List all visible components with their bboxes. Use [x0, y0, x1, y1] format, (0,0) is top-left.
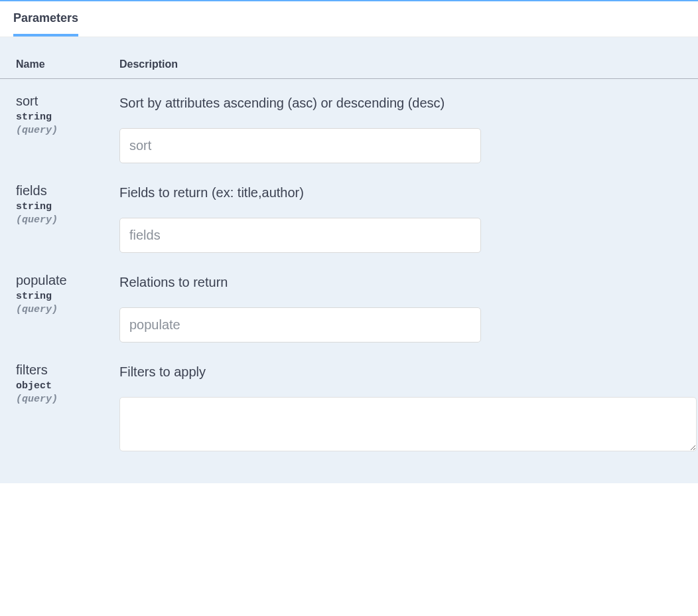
tab-parameters[interactable]: Parameters [13, 1, 78, 37]
populate-input[interactable] [119, 307, 481, 343]
filters-input[interactable] [119, 397, 697, 451]
table-row: populate string (query) Relations to ret… [0, 258, 698, 348]
param-in: (query) [16, 214, 119, 226]
param-type: object [16, 380, 119, 392]
table-row: sort string (query) Sort by attributes a… [0, 79, 698, 169]
param-in: (query) [16, 394, 119, 405]
param-name: filters [16, 362, 119, 378]
table-row: filters object (query) Filters to apply [0, 348, 698, 457]
param-name: fields [16, 183, 119, 198]
param-description: Filters to apply [119, 362, 698, 381]
table-row: fields string (query) Fields to return (… [0, 169, 698, 258]
param-name: sort [16, 94, 119, 109]
param-in: (query) [16, 304, 119, 315]
param-in: (query) [16, 125, 119, 136]
param-description: Relations to return [119, 273, 698, 291]
fields-input[interactable] [119, 218, 481, 253]
parameters-panel: Parameters Name Description sort string … [0, 0, 698, 483]
param-type: string [16, 112, 119, 123]
param-description: Fields to return (ex: title,author) [119, 183, 698, 202]
parameters-table: Name Description sort string (query) Sor… [0, 50, 698, 457]
param-description: Sort by attributes ascending (asc) or de… [119, 94, 698, 112]
sort-input[interactable] [119, 128, 481, 163]
param-name: populate [16, 273, 119, 288]
param-type: string [16, 291, 119, 302]
parameters-body: Name Description sort string (query) Sor… [0, 37, 698, 483]
column-header-name: Name [0, 50, 119, 79]
column-header-description: Description [119, 50, 698, 79]
param-type: string [16, 201, 119, 212]
tab-header: Parameters [0, 1, 698, 37]
